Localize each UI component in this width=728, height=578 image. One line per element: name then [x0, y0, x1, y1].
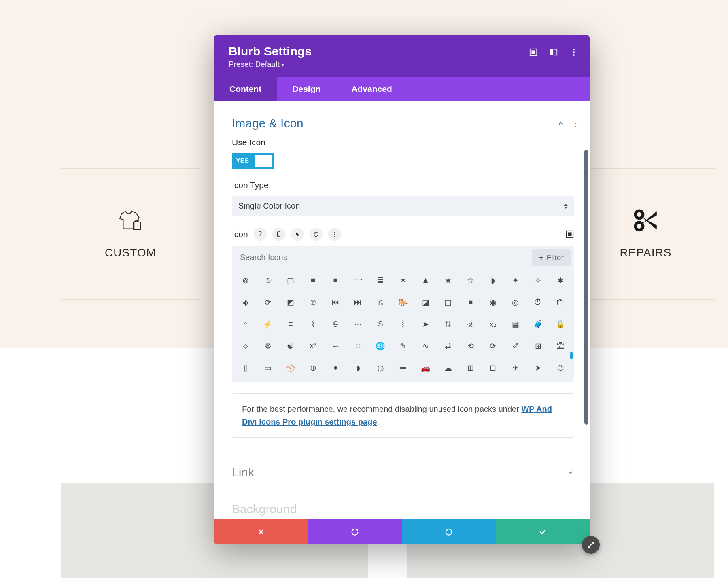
- icon-option[interactable]: ⛫: [551, 295, 570, 309]
- icon-option[interactable]: ◗: [484, 273, 503, 287]
- grid-scrollbar[interactable]: [570, 352, 573, 359]
- icon-option[interactable]: ⦚: [393, 317, 413, 331]
- icon-option[interactable]: x²: [304, 339, 323, 353]
- icon-option[interactable]: ◪: [416, 295, 435, 309]
- icon-type-select[interactable]: Single Color Icon: [232, 196, 574, 216]
- icon-option[interactable]: ≔: [393, 361, 413, 375]
- icon-option[interactable]: ≣: [371, 273, 391, 287]
- responsive-icon[interactable]: [272, 228, 285, 241]
- icon-option[interactable]: ☯: [281, 339, 300, 353]
- icon-option[interactable]: ✶: [393, 273, 413, 287]
- search-input[interactable]: [232, 246, 532, 269]
- icon-option[interactable]: ⇅: [438, 317, 458, 331]
- use-icon-toggle[interactable]: YES: [232, 153, 274, 169]
- icon-option[interactable]: ■: [304, 273, 323, 287]
- icon-option[interactable]: ☣: [461, 317, 480, 331]
- icon-option[interactable]: ✦: [506, 273, 525, 287]
- icon-option[interactable]: ◈: [236, 295, 255, 309]
- icon-option[interactable]: ▦: [506, 317, 525, 331]
- resize-handle[interactable]: [582, 536, 600, 554]
- chevron-up-icon[interactable]: [557, 120, 565, 127]
- icon-option[interactable]: ⚡: [259, 317, 278, 331]
- help-icon[interactable]: ?: [254, 228, 267, 241]
- fullscreen-icon[interactable]: [565, 230, 574, 239]
- icon-option[interactable]: 🔒: [551, 317, 570, 331]
- modal-body[interactable]: Image & Icon ⋮ Use Icon YES Icon Type Si…: [214, 101, 590, 519]
- icon-option[interactable]: ■: [461, 295, 480, 309]
- expand-icon[interactable]: [529, 48, 538, 57]
- icon-option[interactable]: 🚗: [416, 361, 435, 375]
- icon-option[interactable]: ▭: [259, 361, 278, 375]
- scrollbar[interactable]: [584, 150, 588, 425]
- icon-option[interactable]: ➤: [528, 361, 548, 375]
- icon-option[interactable]: S̶: [326, 317, 345, 331]
- kebab-menu-icon[interactable]: ⋮: [328, 228, 341, 241]
- icon-option[interactable]: ★: [438, 273, 458, 287]
- icon-option[interactable]: ∿: [416, 339, 435, 353]
- icon-option[interactable]: ■: [326, 273, 345, 287]
- icon-option[interactable]: ◫: [438, 295, 458, 309]
- icon-option[interactable]: ⚾: [281, 361, 300, 375]
- cancel-button[interactable]: [214, 519, 308, 544]
- preset-dropdown[interactable]: Preset: Default: [229, 60, 575, 69]
- icon-option[interactable]: ⏮: [326, 295, 345, 309]
- icon-option[interactable]: ⌂: [236, 317, 255, 331]
- icon-option[interactable]: ⟳: [259, 295, 278, 309]
- undo-button[interactable]: [308, 519, 402, 544]
- icon-option[interactable]: ▯: [236, 361, 255, 375]
- tab-content[interactable]: Content: [214, 77, 277, 101]
- icon-option[interactable]: S: [371, 317, 391, 331]
- icon-option[interactable]: ◍: [371, 361, 391, 375]
- icon-option[interactable]: ☺: [348, 339, 368, 353]
- icon-option[interactable]: ⟳: [484, 339, 503, 353]
- icon-option[interactable]: 🧳: [528, 317, 548, 331]
- icon-option[interactable]: ⏭: [348, 295, 368, 309]
- icon-option[interactable]: ✎: [393, 339, 413, 353]
- icon-option[interactable]: x₂: [484, 317, 503, 331]
- icon-option[interactable]: ◎: [506, 295, 525, 309]
- icon-option[interactable]: ⋯: [348, 317, 368, 331]
- icon-option[interactable]: ⎌: [371, 295, 391, 309]
- icon-option[interactable]: ▲: [416, 273, 435, 287]
- icon-option[interactable]: ⊞: [461, 361, 480, 375]
- icon-option[interactable]: ≡: [281, 317, 300, 331]
- icon-option[interactable]: ∽: [326, 339, 345, 353]
- split-view-icon[interactable]: [549, 48, 558, 57]
- icon-option[interactable]: ✱: [551, 273, 570, 287]
- hover-icon[interactable]: [291, 228, 304, 241]
- icon-option[interactable]: ⚙: [259, 339, 278, 353]
- icon-option[interactable]: 〰: [348, 273, 368, 287]
- section-link[interactable]: Link: [214, 454, 590, 491]
- icon-option[interactable]: ◉: [484, 295, 503, 309]
- icon-option[interactable]: ●: [326, 361, 345, 375]
- icon-option[interactable]: ⌇: [304, 317, 323, 331]
- icon-option[interactable]: ⎋: [259, 273, 278, 287]
- tab-advanced[interactable]: Advanced: [336, 77, 407, 101]
- icon-option[interactable]: ✧: [528, 273, 548, 287]
- icon-option[interactable]: ◩: [281, 295, 300, 309]
- tab-design[interactable]: Design: [277, 77, 336, 101]
- section-background[interactable]: Background: [214, 491, 590, 519]
- icon-option[interactable]: 🐎: [393, 295, 413, 309]
- icon-option[interactable]: ☆: [461, 273, 480, 287]
- filter-button[interactable]: + Filter: [532, 249, 571, 266]
- icon-option[interactable]: ⊚: [236, 273, 255, 287]
- icon-option[interactable]: ✐: [506, 339, 525, 353]
- icon-option[interactable]: ⊕: [304, 361, 323, 375]
- icon-option[interactable]: ⟲: [461, 339, 480, 353]
- icon-option[interactable]: ☼: [236, 339, 255, 353]
- icon-option[interactable]: 🌐: [371, 339, 391, 353]
- redo-button[interactable]: [402, 519, 496, 544]
- kebab-menu-icon[interactable]: ⋮: [572, 122, 574, 125]
- icon-option[interactable]: ℗: [551, 361, 570, 375]
- icon-option[interactable]: ☁: [438, 361, 458, 375]
- reset-icon[interactable]: [310, 228, 323, 241]
- kebab-menu-icon[interactable]: [569, 48, 578, 57]
- section-image-and-icon[interactable]: Image & Icon ⋮: [232, 112, 574, 138]
- icon-option[interactable]: ◗: [348, 361, 368, 375]
- icon-option[interactable]: ✈: [506, 361, 525, 375]
- save-button[interactable]: [496, 519, 590, 544]
- icon-option[interactable]: ⊟: [484, 361, 503, 375]
- icon-option[interactable]: ⏱: [528, 295, 548, 309]
- icon-option[interactable]: ⊞: [528, 339, 548, 353]
